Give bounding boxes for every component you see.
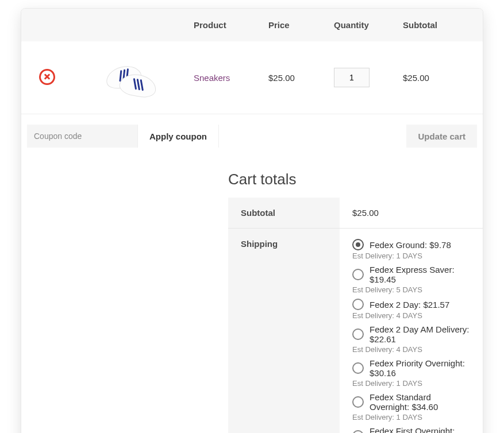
shipping-option-price: $21.57 — [423, 300, 449, 310]
shipping-option[interactable]: Fedex Ground: $9.78 — [352, 239, 470, 250]
subtotal-value: $25.00 — [340, 198, 483, 229]
col-remove-header — [21, 9, 73, 41]
shipping-est-delivery: Est Delivery: 1 DAYS — [352, 379, 470, 388]
product-thumbnail[interactable] — [105, 52, 156, 103]
totals-table: Subtotal $25.00 Shipping Fedex Ground: $… — [228, 198, 483, 433]
shipping-option-label[interactable]: Fedex Express Saver: $19.45 — [370, 265, 470, 284]
shipping-option[interactable]: Fedex Priority Overnight: $30.16 — [352, 358, 470, 378]
shipping-est-delivery: Est Delivery: 4 DAYS — [352, 345, 470, 354]
col-product-header: Product — [188, 9, 263, 41]
shipping-option-label[interactable]: Fedex First Overnight: $68.73 — [370, 426, 470, 433]
quantity-input[interactable] — [334, 68, 370, 87]
shipping-radio[interactable] — [352, 430, 364, 433]
shipping-radio[interactable] — [352, 239, 364, 250]
shipping-est-delivery: Est Delivery: 4 DAYS — [352, 311, 470, 320]
shipping-est-delivery: Est Delivery: 1 DAYS — [352, 252, 470, 260]
shipping-label: Shipping — [228, 229, 340, 434]
shipping-option-price: $9.78 — [429, 240, 451, 250]
shipping-est-delivery: Est Delivery: 1 DAYS — [352, 413, 470, 422]
coupon-input[interactable] — [27, 125, 137, 148]
shipping-option-label[interactable]: Fedex 2 Day: $21.57 — [370, 300, 449, 310]
shipping-option-price: $22.61 — [370, 334, 396, 344]
col-quantity-header: Quantity — [328, 9, 397, 41]
cart-actions: Apply coupon Update cart — [27, 125, 477, 148]
shipping-option-price: $19.45 — [370, 275, 396, 284]
shipping-radio[interactable] — [352, 299, 364, 310]
shipping-option-label[interactable]: Fedex 2 Day AM Delivery: $22.61 — [370, 324, 470, 344]
shipping-option[interactable]: Fedex 2 Day: $21.57 — [352, 299, 470, 310]
shipping-radio[interactable] — [352, 362, 364, 374]
shipping-option-label[interactable]: Fedex Ground: $9.78 — [370, 240, 451, 250]
remove-item-button[interactable] — [39, 69, 55, 85]
shipping-radio[interactable] — [352, 396, 364, 408]
shipping-options: Fedex Ground: $9.78Est Delivery: 1 DAYSF… — [352, 239, 470, 433]
shipping-option-label[interactable]: Fedex Priority Overnight: $30.16 — [370, 358, 470, 378]
shipping-option-price: $34.60 — [411, 402, 438, 412]
shipping-option-price: $30.16 — [370, 368, 396, 378]
shipping-est-delivery: Est Delivery: 5 DAYS — [352, 285, 470, 294]
item-subtotal: $25.00 — [397, 41, 483, 114]
shipping-option-label[interactable]: Fedex Standard Overnight: $34.60 — [370, 392, 470, 412]
table-row: Sneakers $25.00 $25.00 — [21, 41, 483, 114]
item-price: $25.00 — [263, 41, 328, 114]
cart-totals-title: Cart totals — [228, 171, 483, 188]
update-cart-button[interactable]: Update cart — [406, 125, 477, 148]
cart-table: Product Price Quantity Subtotal — [21, 9, 483, 158]
shipping-option[interactable]: Fedex First Overnight: $68.73 — [352, 426, 470, 433]
shipping-radio[interactable] — [352, 269, 364, 280]
cart-card: Product Price Quantity Subtotal — [21, 8, 483, 433]
col-subtotal-header: Subtotal — [397, 9, 483, 41]
shipping-radio[interactable] — [352, 328, 364, 340]
shipping-option[interactable]: Fedex Express Saver: $19.45 — [352, 265, 470, 284]
col-thumb-header — [73, 9, 188, 41]
cart-totals: Cart totals Subtotal $25.00 Shipping Fed… — [21, 158, 483, 433]
apply-coupon-button[interactable]: Apply coupon — [137, 125, 219, 148]
subtotal-label: Subtotal — [228, 198, 340, 229]
col-price-header: Price — [263, 9, 328, 41]
shipping-option[interactable]: Fedex Standard Overnight: $34.60 — [352, 392, 470, 412]
product-link[interactable]: Sneakers — [194, 73, 230, 83]
shipping-option[interactable]: Fedex 2 Day AM Delivery: $22.61 — [352, 324, 470, 344]
